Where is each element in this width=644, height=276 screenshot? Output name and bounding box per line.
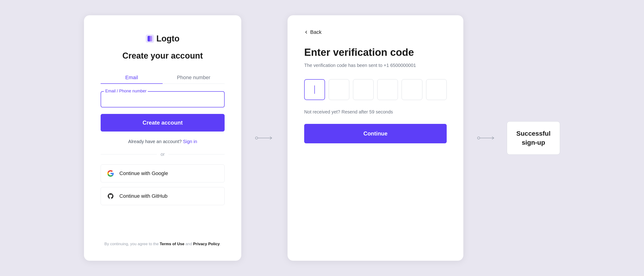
verification-subtitle: The verification code has been sent to +… [304, 63, 447, 68]
tabs-container: Email Phone number [100, 72, 224, 84]
privacy-link[interactable]: Privacy Policy [193, 242, 220, 246]
google-icon [106, 169, 115, 178]
google-signin-button[interactable]: Continue with Google [100, 164, 224, 182]
divider-line-left [100, 154, 157, 154]
tab-phone[interactable]: Phone number [162, 72, 224, 84]
arrow-connector-2 [477, 135, 496, 141]
code-box-5[interactable] [402, 79, 422, 100]
signin-prompt: Already have an account? Sign in [128, 139, 197, 144]
svg-rect-2 [150, 36, 152, 42]
create-account-button[interactable]: Create account [100, 114, 224, 132]
page-title: Create your account [122, 51, 203, 61]
back-button[interactable]: Back [304, 29, 447, 35]
code-box-1[interactable] [304, 79, 325, 100]
code-box-6[interactable] [426, 79, 447, 100]
verification-card: Back Enter verification code The verific… [288, 15, 463, 261]
logo-container: Logto [146, 34, 180, 44]
continue-button[interactable]: Continue [304, 124, 447, 143]
email-phone-input[interactable] [100, 91, 224, 107]
input-label: Email / Phone number [104, 89, 148, 94]
success-box: Successful sign-up [507, 121, 560, 155]
svg-point-4 [256, 137, 258, 139]
tab-email[interactable]: Email [100, 72, 162, 84]
cursor [314, 85, 315, 94]
code-inputs-container [304, 79, 447, 100]
footer-text: By continuing, you agree to the Terms of… [104, 241, 221, 247]
code-box-4[interactable] [377, 79, 398, 100]
github-icon [106, 192, 115, 200]
github-signin-button[interactable]: Continue with GitHub [100, 187, 224, 205]
logto-logo-icon [146, 35, 154, 43]
divider-line-right [168, 154, 224, 154]
arrow-connector-1 [255, 135, 274, 141]
right-section: Successful sign-up [477, 121, 560, 155]
divider: or [100, 152, 224, 157]
code-box-2[interactable] [329, 79, 349, 100]
verification-title: Enter verification code [304, 46, 447, 59]
signin-link[interactable]: Sign in [183, 139, 197, 144]
back-chevron-icon [304, 30, 308, 34]
code-box-3[interactable] [353, 79, 374, 100]
svg-point-6 [478, 137, 480, 139]
email-phone-input-group: Email / Phone number [100, 91, 224, 107]
logo-text: Logto [156, 34, 180, 44]
github-button-label: Continue with GitHub [119, 193, 168, 199]
terms-link[interactable]: Terms of Use [160, 242, 184, 246]
create-account-card: Logto Create your account Email Phone nu… [84, 15, 241, 261]
divider-label: or [160, 152, 165, 157]
google-button-label: Continue with Google [119, 170, 168, 176]
resend-text: Not received yet? Resend after 59 second… [304, 109, 447, 115]
